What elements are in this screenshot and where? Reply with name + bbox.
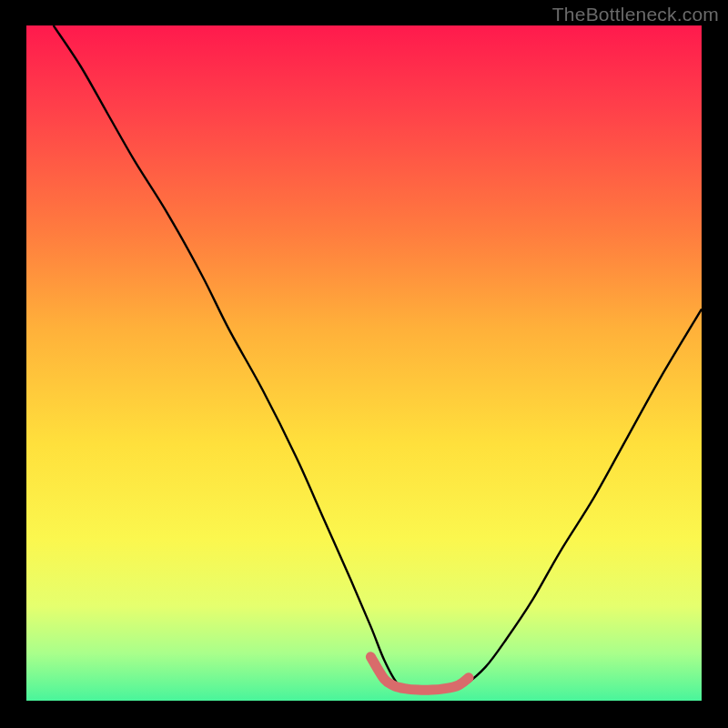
chart-plot-area — [26, 25, 702, 701]
watermark-text: TheBottleneck.com — [552, 4, 719, 25]
bottleneck-curve — [54, 25, 702, 692]
chart-frame: TheBottleneck.com — [0, 0, 728, 728]
chart-svg — [26, 25, 702, 701]
